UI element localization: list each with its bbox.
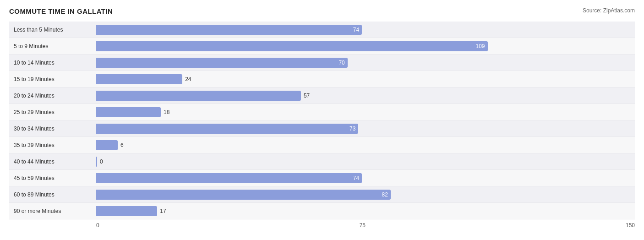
bar-fill: 74 bbox=[96, 173, 362, 183]
bar-track: 73 bbox=[96, 124, 635, 134]
bar-row: Less than 5 Minutes74 bbox=[9, 22, 635, 38]
bar-row: 45 to 59 Minutes74 bbox=[9, 170, 635, 186]
bar-fill bbox=[96, 140, 118, 150]
bar-fill bbox=[96, 157, 97, 167]
bar-fill: 70 bbox=[96, 58, 348, 68]
bar-fill bbox=[96, 91, 301, 101]
bar-value-inside: 74 bbox=[353, 175, 359, 181]
x-axis-labels: 075150 bbox=[96, 222, 635, 229]
x-axis-label: 150 bbox=[626, 222, 635, 229]
bar-row: 10 to 14 Minutes70 bbox=[9, 55, 635, 71]
bar-fill: 73 bbox=[96, 124, 358, 134]
bar-value-inside: 74 bbox=[353, 27, 359, 33]
bar-label: 90 or more Minutes bbox=[9, 208, 96, 214]
bar-row: 5 to 9 Minutes109 bbox=[9, 38, 635, 55]
chart-header: COMMUTE TIME IN GALLATIN Source: ZipAtla… bbox=[9, 7, 635, 15]
bar-value-inside: 70 bbox=[338, 60, 344, 66]
bar-label: 25 to 29 Minutes bbox=[9, 109, 96, 115]
chart-title: COMMUTE TIME IN GALLATIN bbox=[9, 7, 113, 15]
bar-value: 18 bbox=[164, 109, 169, 115]
bar-label: 15 to 19 Minutes bbox=[9, 76, 96, 82]
bar-row: 15 to 19 Minutes24 bbox=[9, 71, 635, 87]
chart-source: Source: ZipAtlas.com bbox=[583, 7, 635, 14]
bar-value: 57 bbox=[304, 93, 310, 99]
bar-track: 82 bbox=[96, 190, 635, 200]
bar-track: 24 bbox=[96, 74, 635, 84]
bar-label: 40 to 44 Minutes bbox=[9, 158, 96, 165]
bar-track: 6 bbox=[96, 140, 635, 150]
x-axis-label: 75 bbox=[360, 222, 366, 229]
bar-label: 35 to 39 Minutes bbox=[9, 142, 96, 148]
bar-label: 20 to 24 Minutes bbox=[9, 93, 96, 99]
bar-value-inside: 82 bbox=[382, 191, 388, 198]
bar-track: 57 bbox=[96, 91, 635, 101]
bar-row: 20 to 24 Minutes57 bbox=[9, 87, 635, 104]
bar-label: 5 to 9 Minutes bbox=[9, 43, 96, 49]
bar-row: 40 to 44 Minutes0 bbox=[9, 153, 635, 170]
bar-fill: 109 bbox=[96, 41, 488, 51]
bar-value: 24 bbox=[185, 76, 191, 82]
bar-value: 17 bbox=[160, 208, 166, 214]
bar-label: 30 to 34 Minutes bbox=[9, 125, 96, 132]
bar-track: 74 bbox=[96, 173, 635, 183]
bar-value-inside: 109 bbox=[476, 43, 485, 49]
bar-label: Less than 5 Minutes bbox=[9, 27, 96, 33]
bar-fill: 82 bbox=[96, 190, 391, 200]
bar-fill bbox=[96, 107, 161, 117]
bar-fill bbox=[96, 74, 182, 84]
bar-track: 18 bbox=[96, 107, 635, 117]
bar-row: 60 to 89 Minutes82 bbox=[9, 186, 635, 203]
bar-track: 109 bbox=[96, 41, 635, 51]
x-axis: 075150 bbox=[9, 222, 635, 229]
x-axis-label: 0 bbox=[96, 222, 99, 229]
bar-track: 74 bbox=[96, 25, 635, 35]
bar-value: 0 bbox=[100, 158, 103, 165]
bar-row: 35 to 39 Minutes6 bbox=[9, 137, 635, 153]
bar-label: 10 to 14 Minutes bbox=[9, 60, 96, 66]
bar-value: 6 bbox=[120, 142, 124, 148]
bar-fill bbox=[96, 206, 157, 216]
bar-track: 0 bbox=[96, 157, 635, 167]
bar-track: 70 bbox=[96, 58, 635, 68]
bar-row: 25 to 29 Minutes18 bbox=[9, 104, 635, 120]
bar-fill: 74 bbox=[96, 25, 362, 35]
chart-container: COMMUTE TIME IN GALLATIN Source: ZipAtla… bbox=[9, 7, 635, 229]
bar-value-inside: 73 bbox=[349, 125, 355, 132]
bar-row: 30 to 34 Minutes73 bbox=[9, 120, 635, 137]
bar-label: 45 to 59 Minutes bbox=[9, 175, 96, 181]
chart-area: Less than 5 Minutes745 to 9 Minutes10910… bbox=[9, 22, 635, 219]
bar-row: 90 or more Minutes17 bbox=[9, 203, 635, 219]
bar-track: 17 bbox=[96, 206, 635, 216]
bar-label: 60 to 89 Minutes bbox=[9, 191, 96, 198]
